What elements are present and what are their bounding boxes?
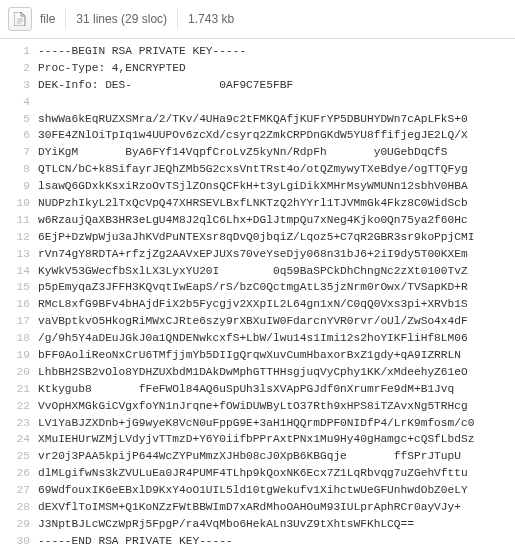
code-line: shwWa6kEqRUZXSMra/2/TKv/4UHa9c2tFMKQAfjK… <box>38 111 474 128</box>
code-line: dEXVflToIMSM+Q1KoNZzFWtBBWImD7xARdMhoOAH… <box>38 499 474 516</box>
line-number: 19 <box>0 347 30 364</box>
line-number: 5 <box>0 111 30 128</box>
code-line: XMuIEHUrWZMjLVdyjvTTmzD+Y6Y0iifbPPrAxtPN… <box>38 431 474 448</box>
code-line: lsawQ6GDxkKsxiRzoOvTSjlZOnsQCFkH+t3yLgiD… <box>38 178 474 195</box>
line-number: 6 <box>0 127 30 144</box>
toolbar: file 31 lines (29 sloc) 1.743 kb <box>0 0 515 39</box>
code-line: /g/9h5Y4aDEuJGkJ0a1QNDENwkcxfS+LbW/lwu14… <box>38 330 474 347</box>
code-line: QTLCN/bC+k8SifayrJEQhZMb5G2cxsVntTRst4o/… <box>38 161 474 178</box>
line-number: 24 <box>0 431 30 448</box>
line-number: 17 <box>0 313 30 330</box>
line-number: 7 <box>0 144 30 161</box>
line-number: 12 <box>0 229 30 246</box>
line-number: 13 <box>0 246 30 263</box>
code-line: DYiKgM ByA6FYf14VqpfCroLvZ5kyNn/RdpFh y0… <box>38 144 474 161</box>
code-line: RMcL8xfG9BFv4bHAjdFiX2b5Fycgjv2XXpIL2L64… <box>38 296 474 313</box>
document-icon[interactable] <box>8 7 32 31</box>
code-area: 1234567891011121314151617181920212223242… <box>0 39 515 548</box>
code-line: J3NptBJLcWCzWpRj5FpgP/ra4VqMbo6HekALn3Uv… <box>38 516 474 533</box>
code-line: NUDPzhIkyL2lTxQcVpQ47XHRSEVLBxfLNKTzQ2hY… <box>38 195 474 212</box>
lines-meta: 31 lines (29 sloc) <box>76 12 167 26</box>
line-number: 14 <box>0 263 30 280</box>
line-number: 23 <box>0 415 30 432</box>
line-number: 20 <box>0 364 30 381</box>
line-number: 4 <box>0 94 30 111</box>
code-line: bFF0AoliReoNxCrU6TMfjjmYb5DIIgQrqwXuvCum… <box>38 347 474 364</box>
line-number: 1 <box>0 43 30 60</box>
size-meta: 1.743 kb <box>188 12 234 26</box>
code-line: -----BEGIN RSA PRIVATE KEY----- <box>38 43 474 60</box>
code-line: KyWkV53GWecfbSxlLX3LyxYU20I 0q59BaSPCkDh… <box>38 263 474 280</box>
line-number: 27 <box>0 482 30 499</box>
line-number: 9 <box>0 178 30 195</box>
code-line <box>38 94 474 111</box>
line-number: 28 <box>0 499 30 516</box>
line-number-gutter: 1234567891011121314151617181920212223242… <box>0 43 38 548</box>
code-line: dlMLgifwNs3kZVULuEa0JR4PUMF4TLhp9kQoxNK6… <box>38 465 474 482</box>
line-number: 8 <box>0 161 30 178</box>
code-line: Proc-Type: 4,ENCRYPTED <box>38 60 474 77</box>
line-number: 25 <box>0 448 30 465</box>
line-number: 10 <box>0 195 30 212</box>
separator <box>65 9 66 29</box>
code-line: Ktkygub8 fFeFWOl84AQ6uSpUh3lsXVApPGJdf0n… <box>38 381 474 398</box>
code-line: 30FE4ZNlOiTpIq1w4UUPOv6zcXd/csyrq2ZmkCRP… <box>38 127 474 144</box>
code-line: w6RzaujQaXB3HR3eLgU4M8J2qlC6Lhx+DGlJtmpQ… <box>38 212 474 229</box>
line-number: 16 <box>0 296 30 313</box>
line-number: 26 <box>0 465 30 482</box>
code-lines: -----BEGIN RSA PRIVATE KEY-----Proc-Type… <box>38 43 474 548</box>
code-line: p5pEmyqaZ3JFFH3KQvqtIwEapS/rS/bzC0QctmgA… <box>38 279 474 296</box>
line-number: 3 <box>0 77 30 94</box>
code-line: LV1YaBJZXDnb+jG9wyeK8VcN0uFppG9E+3aH1HQQ… <box>38 415 474 432</box>
code-line: vaVBptkvO5HkogRiMWxCJRte6szy9rXBXuIW0Fda… <box>38 313 474 330</box>
line-number: 11 <box>0 212 30 229</box>
code-line: VvOpHXMGkGiCVgxfoYN1nJrqne+fOWiDUWByLtO3… <box>38 398 474 415</box>
separator <box>177 9 178 29</box>
code-line: vr20j3PAA5kpijP644WcZYPuMmzXJHb08cJ0XpB6… <box>38 448 474 465</box>
line-number: 2 <box>0 60 30 77</box>
line-number: 22 <box>0 398 30 415</box>
code-line: 69WdfouxIK6eEBxlD9KxY4oO1UIL5ld10tgWekuf… <box>38 482 474 499</box>
line-number: 15 <box>0 279 30 296</box>
code-line: rVn74gY8RDTA+rfzjZg2AAVxEPJUXs70veYseDjy… <box>38 246 474 263</box>
code-line: 6EjP+DzWpWju3aJhKVdPuNTEXsr8qDvQ0jbqiZ/L… <box>38 229 474 246</box>
line-number: 29 <box>0 516 30 533</box>
code-line: LhbBH2SB2vOlo8YDHZUXbdM1DAkDwMphGTTHHsgj… <box>38 364 474 381</box>
line-number: 21 <box>0 381 30 398</box>
code-line: -----END RSA PRIVATE KEY----- <box>38 533 474 548</box>
filename-label: file <box>40 12 55 26</box>
code-line: DEK-Info: DES- 0AF9C7E5FBF <box>38 77 474 94</box>
line-number: 18 <box>0 330 30 347</box>
line-number: 30 <box>0 533 30 548</box>
